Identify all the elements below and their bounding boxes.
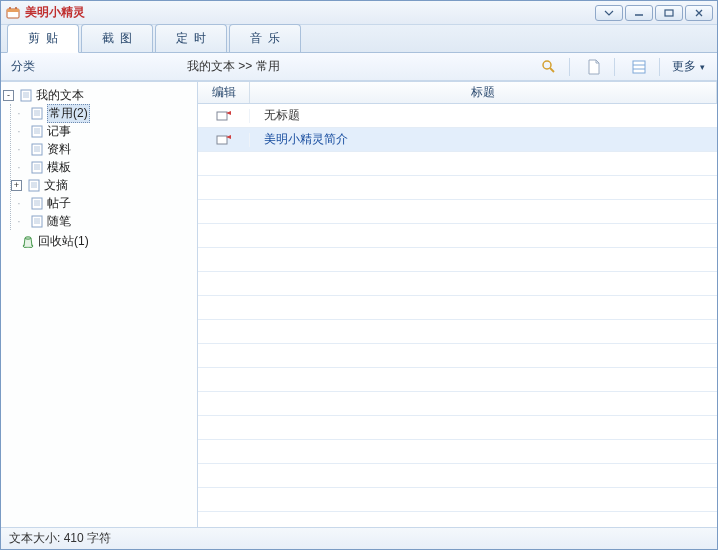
list-row-empty — [198, 416, 717, 440]
list-row-empty — [198, 272, 717, 296]
svg-rect-46 — [217, 136, 227, 144]
more-button[interactable]: 更多 ▾ — [666, 58, 711, 75]
tree-node-label: 常用(2) — [47, 104, 90, 123]
tree-line: · — [11, 160, 27, 174]
tab-1[interactable]: 截图 — [81, 24, 153, 52]
tree-node[interactable]: ·常用(2) — [11, 104, 195, 122]
svg-rect-45 — [217, 112, 227, 120]
dropdown-button[interactable] — [595, 5, 623, 21]
edit-cell[interactable] — [198, 109, 250, 123]
list-row-empty — [198, 512, 717, 527]
list-row-empty — [198, 248, 717, 272]
tree-node-label: 文摘 — [44, 177, 68, 194]
app-window: 美明小精灵 剪贴截图定时音乐 分类 我的文本 >> 常用 更多 ▾ — [0, 0, 718, 550]
tree-node-recycle[interactable]: 回收站(1) — [3, 232, 195, 250]
tab-0[interactable]: 剪贴 — [7, 24, 79, 53]
tree-pane: - 我的文本 ·常用(2)·记事·资料·模板+文摘·帖子·随笔 — [1, 82, 198, 527]
tree-line: · — [11, 106, 27, 120]
folder-doc-icon — [18, 87, 34, 103]
list-row-empty — [198, 392, 717, 416]
toolbar-separator — [614, 58, 615, 76]
breadcrumb: 我的文本 >> 常用 — [187, 58, 531, 75]
tree-node[interactable]: +文摘 — [11, 176, 195, 194]
svg-point-3 — [15, 7, 17, 9]
tab-3[interactable]: 音乐 — [229, 24, 301, 52]
collapse-icon[interactable]: - — [3, 90, 14, 101]
list-row-empty — [198, 464, 717, 488]
window-controls — [595, 5, 713, 21]
maximize-button[interactable] — [655, 5, 683, 21]
edit-cell[interactable] — [198, 133, 250, 147]
list-row[interactable]: 美明小精灵简介 — [198, 128, 717, 152]
document-icon — [29, 159, 45, 175]
svg-line-7 — [550, 68, 554, 72]
minimize-button[interactable] — [625, 5, 653, 21]
tree-node-label: 帖子 — [47, 195, 71, 212]
list-row-empty — [198, 296, 717, 320]
tree-node[interactable]: ·资料 — [11, 140, 195, 158]
tree-node-label: 记事 — [47, 123, 71, 140]
tree-node-label: 模板 — [47, 159, 71, 176]
list-row-empty — [198, 176, 717, 200]
tree-line: · — [11, 214, 27, 228]
document-icon — [29, 213, 45, 229]
tree-line: · — [11, 196, 27, 210]
list-row-empty — [198, 344, 717, 368]
titlebar: 美明小精灵 — [1, 1, 717, 25]
category-tree: - 我的文本 ·常用(2)·记事·资料·模板+文摘·帖子·随笔 — [3, 86, 195, 250]
toolbar: 分类 我的文本 >> 常用 更多 ▾ — [1, 53, 717, 81]
more-label: 更多 — [672, 58, 696, 75]
document-icon — [29, 123, 45, 139]
tree-node[interactable]: ·随笔 — [11, 212, 195, 230]
column-header-title[interactable]: 标题 — [250, 82, 717, 103]
list-icon — [632, 60, 646, 74]
search-icon — [541, 59, 557, 75]
list-pane: 编辑 标题 无标题美明小精灵简介 — [198, 82, 717, 527]
edit-icon — [216, 133, 232, 147]
document-icon — [29, 141, 45, 157]
document-icon — [29, 105, 45, 121]
list-header: 编辑 标题 — [198, 82, 717, 104]
category-label: 分类 — [7, 58, 187, 75]
svg-rect-5 — [665, 10, 673, 16]
svg-point-6 — [543, 61, 551, 69]
list-row-empty — [198, 440, 717, 464]
toolbar-separator — [659, 58, 660, 76]
tree-node[interactable]: ·记事 — [11, 122, 195, 140]
toolbar-separator — [569, 58, 570, 76]
recycle-bin-icon — [20, 233, 36, 249]
tree-node-root[interactable]: - 我的文本 — [3, 86, 195, 104]
list-view-button[interactable] — [625, 56, 653, 78]
svg-rect-8 — [633, 61, 645, 73]
tabstrip: 剪贴截图定时音乐 — [1, 25, 717, 53]
list-row-empty — [198, 200, 717, 224]
svg-point-44 — [25, 237, 31, 239]
document-icon — [29, 195, 45, 211]
svg-point-2 — [9, 7, 11, 9]
edit-icon — [216, 109, 232, 123]
chevron-down-icon: ▾ — [700, 62, 705, 72]
expand-icon[interactable]: + — [11, 180, 22, 191]
tree-node[interactable]: ·模板 — [11, 158, 195, 176]
list-row-empty — [198, 488, 717, 512]
close-button[interactable] — [685, 5, 713, 21]
tree-node-label: 随笔 — [47, 213, 71, 230]
column-header-edit[interactable]: 编辑 — [198, 82, 250, 103]
list-row[interactable]: 无标题 — [198, 104, 717, 128]
tree-node[interactable]: ·帖子 — [11, 194, 195, 212]
status-text: 文本大小: 410 字符 — [9, 530, 111, 547]
list-row-empty — [198, 368, 717, 392]
svg-rect-1 — [7, 9, 19, 12]
tab-2[interactable]: 定时 — [155, 24, 227, 52]
list-row-empty — [198, 152, 717, 176]
document-icon — [26, 177, 42, 193]
app-title: 美明小精灵 — [25, 4, 595, 21]
list-row-empty — [198, 320, 717, 344]
document-icon — [587, 59, 601, 75]
new-doc-button[interactable] — [580, 56, 608, 78]
search-button[interactable] — [535, 56, 563, 78]
statusbar: 文本大小: 410 字符 — [1, 527, 717, 549]
tree-line: · — [11, 142, 27, 156]
list-body: 无标题美明小精灵简介 — [198, 104, 717, 527]
list-row-empty — [198, 224, 717, 248]
